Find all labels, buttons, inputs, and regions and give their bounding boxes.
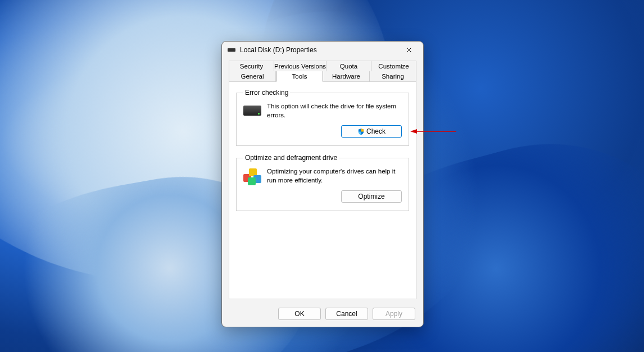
close-button[interactable]	[400, 42, 419, 58]
close-icon	[406, 47, 412, 53]
apply-button[interactable]: Apply	[373, 308, 415, 320]
error-checking-description: This option will check the drive for fil…	[267, 102, 402, 120]
svg-marker-1	[410, 129, 417, 134]
uac-shield-icon	[357, 128, 365, 135]
error-checking-legend: Error checking	[243, 89, 290, 97]
tab-quota[interactable]: Quota	[326, 61, 371, 71]
optimize-description: Optimizing your computer's drives can he…	[267, 167, 402, 185]
titlebar[interactable]: Local Disk (D:) Properties	[222, 42, 423, 58]
optimize-group: Optimize and defragment drive Optimizing…	[236, 154, 409, 211]
tab-previous-versions[interactable]: Previous Versions	[274, 61, 326, 71]
tab-panel-tools: Error checking This option will check th…	[229, 81, 416, 299]
tab-sharing[interactable]: Sharing	[370, 71, 416, 82]
ok-button[interactable]: OK	[278, 308, 321, 320]
tab-security[interactable]: Security	[229, 61, 274, 71]
cancel-button[interactable]: Cancel	[325, 308, 368, 320]
annotation-arrow	[410, 128, 458, 135]
drive-title-icon	[228, 48, 235, 52]
optimize-button-label: Optimize	[358, 193, 384, 200]
drive-icon	[243, 103, 261, 118]
tab-general[interactable]: General	[229, 71, 276, 82]
defrag-icon	[243, 168, 261, 183]
dialog-button-row: OK Cancel Apply	[222, 304, 423, 327]
error-checking-group: Error checking This option will check th…	[236, 89, 409, 146]
tab-tools[interactable]: Tools	[276, 71, 323, 82]
optimize-legend: Optimize and defragment drive	[243, 154, 339, 162]
optimize-button[interactable]: Optimize	[341, 190, 402, 203]
tab-strip: Security Previous Versions Quota Customi…	[222, 58, 423, 82]
tab-customize[interactable]: Customize	[371, 61, 416, 71]
window-title: Local Disk (D:) Properties	[240, 46, 400, 54]
properties-dialog: Local Disk (D:) Properties Security Prev…	[221, 41, 424, 327]
tab-hardware[interactable]: Hardware	[323, 71, 370, 82]
check-button[interactable]: Check	[341, 125, 402, 138]
check-button-label: Check	[366, 127, 386, 135]
